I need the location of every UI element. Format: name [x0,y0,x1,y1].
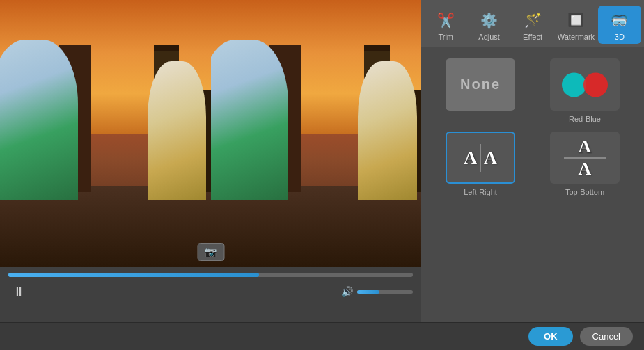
toolbar: ✂️ Trim ⚙️ Adjust 🪄 Effect 🔲 Watermark 🥽… [421,0,644,47]
trim-icon: ✂️ [435,10,456,31]
video-display: 📷 [0,0,421,267]
3d-label: 3D [615,33,625,41]
ok-button[interactable]: OK [528,327,573,346]
play-pause-button[interactable]: ⏸ [8,281,29,302]
watermark-button[interactable]: 🔲 Watermark [554,6,597,44]
footer: OK Cancel [0,322,644,350]
volume-slider[interactable] [357,290,413,294]
effect-icon: 🪄 [522,10,543,31]
effect-button[interactable]: 🪄 Effect [511,6,554,44]
top-bottom-label: Top-Bottom [565,188,604,196]
video-half-left [0,0,211,267]
left-right-label: Left-Right [464,188,497,196]
lr-divider [480,144,481,172]
progress-bar[interactable] [8,273,413,277]
snapshot-button[interactable]: 📷 [197,243,224,261]
option-top-bottom[interactable]: A A Top-Bottom [537,132,633,196]
volume-fill [357,290,379,294]
options-panel: None Red-Blue A A Left-Right [421,47,644,322]
effect-label: Effect [523,33,542,41]
video-section: 📷 ⏸ 🔊 [0,0,421,322]
progress-fill [8,273,259,277]
top-bottom-box: A A [550,132,620,184]
trim-button[interactable]: ✂️ Trim [424,6,467,44]
anaglyph-red-circle [583,72,608,97]
3d-icon: 🥽 [609,10,630,31]
watermark-label: Watermark [558,33,595,41]
anaglyph-cyan-circle [562,72,586,97]
video-frame [0,0,421,267]
controls-row: ⏸ 🔊 [8,281,413,302]
3d-button[interactable]: 🥽 3D [598,6,641,44]
none-box: None [446,58,515,111]
option-red-blue[interactable]: Red-Blue [537,58,633,123]
lr-letter-a1: A [464,148,477,168]
adjust-label: Adjust [478,33,500,41]
lr-letter-a2: A [484,148,497,168]
tb-letter-a1: A [579,138,592,156]
right-panel: ✂️ Trim ⚙️ Adjust 🪄 Effect 🔲 Watermark 🥽… [421,0,644,322]
video-half-right [211,0,422,267]
playback-controls: ⏸ 🔊 [0,267,421,322]
adjust-icon: ⚙️ [479,10,500,31]
tb-letter-a2: A [579,160,592,178]
volume-container: 🔊 [341,286,413,297]
watermark-icon: 🔲 [565,10,586,31]
none-text: None [460,77,501,93]
cancel-button[interactable]: Cancel [580,327,633,346]
left-right-box: A A [446,132,515,184]
adjust-button[interactable]: ⚙️ Adjust [467,6,510,44]
option-left-right[interactable]: A A Left-Right [432,132,528,196]
red-blue-box [550,58,620,111]
volume-icon: 🔊 [341,286,353,297]
option-none[interactable]: None [432,58,528,123]
trim-label: Trim [438,33,453,41]
red-blue-label: Red-Blue [569,115,601,123]
